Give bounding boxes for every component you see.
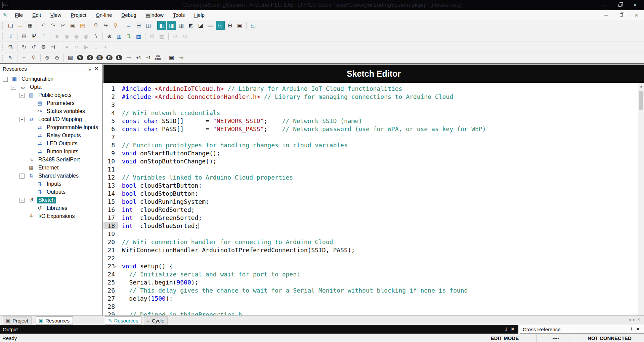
cold-restart-button[interactable]: ◉ [62, 32, 71, 41]
redo-button[interactable]: ↷ [49, 21, 58, 30]
pin-icon[interactable]: ⊸ [87, 65, 93, 72]
auto-connect-button[interactable]: ⇥ [177, 53, 186, 62]
doc-tab-cycle[interactable]: ⌗Cycle [144, 316, 168, 325]
menu-debug[interactable]: Debug [117, 12, 141, 18]
tree-collapse-icon[interactable]: − [11, 85, 16, 90]
mdi-minimize-button[interactable] [599, 10, 614, 20]
live-debug-button[interactable]: ▥ [115, 32, 124, 41]
cut-button[interactable]: ✂ [58, 21, 68, 30]
step-into-button[interactable]: ↓ [91, 42, 100, 51]
constant-badge-button[interactable]: K [85, 53, 94, 62]
properties-window-button[interactable]: ▣ [235, 21, 244, 30]
cross-reference-window-button[interactable]: ⊞ [225, 21, 234, 30]
toolbar-grip[interactable] [2, 44, 4, 50]
tree-item-libraries[interactable]: ↺Libraries [0, 204, 102, 212]
menu-edit[interactable]: Edit [28, 12, 46, 18]
fold-icon[interactable]: ▾ [115, 262, 118, 270]
go-to-source-button[interactable]: → [124, 21, 133, 30]
fullscreen-button[interactable]: ◰ [249, 21, 258, 30]
mdi-restore-button[interactable] [614, 10, 629, 20]
stop-debug-button[interactable]: ○ [72, 42, 81, 51]
add-pin-button[interactable]: +1 [134, 53, 143, 62]
record-mode-button[interactable]: ▦ [157, 32, 166, 41]
tree-collapse-icon[interactable]: − [3, 77, 8, 82]
tree-item-parameters[interactable]: ▤Parameters [0, 99, 102, 107]
print-preview-button[interactable]: ◫ [144, 21, 153, 30]
return-badge-button[interactable]: R [105, 53, 114, 62]
tree-item-local-i-o-mapping[interactable]: −⇄Local I/O Mapping [0, 115, 102, 123]
tree-item-programmable-inputs[interactable]: ⇄Programmable Inputs [0, 123, 102, 131]
toggle-breakpoint-button[interactable]: ⊙ [180, 32, 189, 41]
new-button[interactable]: ▢ [6, 21, 15, 30]
output-pin-icon[interactable]: ⊸ [503, 326, 509, 333]
menu-tools[interactable]: Tools [168, 12, 189, 18]
output-close-icon[interactable]: × [510, 326, 516, 333]
crossref-close-icon[interactable]: × [635, 326, 641, 333]
record-button[interactable]: ● [62, 42, 71, 51]
paste-button[interactable]: ▤ [78, 21, 87, 30]
tree-item-outputs[interactable]: ⇅Outputs [0, 188, 102, 196]
insert-record-button[interactable]: ⊞ [147, 32, 157, 41]
scroll-up-icon[interactable]: ▲ [638, 83, 644, 90]
toolbar-grip[interactable] [2, 55, 4, 61]
code-editor[interactable]: 1 #include <ArduinoIoTCloud.h> // Librar… [103, 83, 638, 315]
tree-item-opta[interactable]: −∞Opta [0, 83, 102, 91]
function-block-button[interactable]: ▤ [66, 53, 75, 62]
tree-item-public-objects[interactable]: −▤Public objects [0, 91, 102, 99]
toolbar-grip[interactable] [2, 33, 4, 39]
upload-sources-button[interactable]: ⇧ [39, 32, 48, 41]
tree-item-relay-outputs[interactable]: ⇄Relay Outputs [0, 131, 102, 140]
editor-tools-window-button[interactable]: ⊡ [216, 21, 225, 30]
minimize-button[interactable] [597, 0, 612, 10]
crossref-pin-icon[interactable]: ⊸ [629, 326, 635, 333]
en-eno-button[interactable]: EN ENO [154, 53, 163, 62]
tab-close-icon[interactable]: × [637, 317, 642, 322]
zoom-in-button[interactable]: ⊕ [43, 53, 52, 62]
save-button[interactable]: ▦ [26, 21, 35, 30]
watch-window-button[interactable]: ◪ [196, 21, 205, 30]
menu-online[interactable]: On-line [91, 12, 117, 18]
tab-forward-icon[interactable]: ▸ [633, 317, 637, 322]
doc-tab-resources[interactable]: ✎Resources [105, 316, 141, 325]
mdi-close-button[interactable]: × [629, 10, 644, 20]
download-plc-button[interactable]: ⇩ [6, 32, 15, 41]
zoom-tool-button[interactable]: ⚲ [29, 53, 38, 62]
copy-button[interactable]: ▣ [68, 21, 77, 30]
menu-project[interactable]: Project [66, 12, 91, 18]
find-next-button[interactable]: ↪ [101, 21, 110, 30]
tab-back-icon[interactable]: ◂ [629, 317, 633, 322]
warm-restart-button[interactable]: ◉ [72, 32, 81, 41]
find-button[interactable]: ⚲ [91, 21, 100, 30]
document-bar-button[interactable]: ▬ [206, 21, 215, 30]
output-window-button[interactable]: ▥ [177, 21, 186, 30]
tree-item-inputs[interactable]: ⇅Inputs [0, 180, 102, 188]
disable-breakpoints-button[interactable]: ⊘ [171, 32, 180, 41]
menu-help[interactable]: Help [189, 12, 209, 18]
halt-button[interactable]: ■ [52, 32, 61, 41]
tree-item-configuration[interactable]: −▣Configuration [0, 75, 102, 83]
play-debug-button[interactable]: ▶ [82, 42, 91, 51]
select-pointer-button[interactable]: ↖ [6, 53, 15, 62]
connect-target-button[interactable]: ↻ [19, 42, 29, 51]
close-panel-icon[interactable]: × [93, 65, 99, 72]
debug-settings-button[interactable]: ⚙ [39, 42, 48, 51]
io-lines-button[interactable]: ⇉ [49, 42, 58, 51]
panel-tab-resources[interactable]: ▣Resources [36, 316, 73, 325]
connection-tool-button[interactable]: ⌐ [19, 53, 29, 62]
tree-item-i-o-expansions[interactable]: ╨I/O Expansions [0, 212, 102, 220]
online-values-button[interactable]: ⊕ [105, 32, 114, 41]
menu-file[interactable]: File [10, 12, 28, 18]
close-button[interactable]: × [628, 0, 643, 10]
restore-button[interactable] [612, 0, 628, 10]
panel-tab-project[interactable]: ▣Project [3, 316, 32, 325]
comment-tool-button[interactable]: ▭ [124, 53, 133, 62]
connect-plc-button[interactable]: Ψ [29, 32, 38, 41]
workspace-window-button[interactable]: ◧ [157, 21, 166, 30]
vertical-scrollbar[interactable]: ▲ [638, 83, 644, 315]
tree-item-status-variables[interactable]: ⚯Status variables [0, 107, 102, 115]
trigger-animation-button[interactable]: ⇅ [124, 32, 133, 41]
tree-item-sketch[interactable]: −↺Sketch [0, 196, 102, 204]
simulation-mode-button[interactable]: ⚗ [6, 42, 15, 51]
zoom-out-button[interactable]: ⊖ [52, 53, 61, 62]
find-in-project-button[interactable]: ⚲ [111, 21, 120, 30]
